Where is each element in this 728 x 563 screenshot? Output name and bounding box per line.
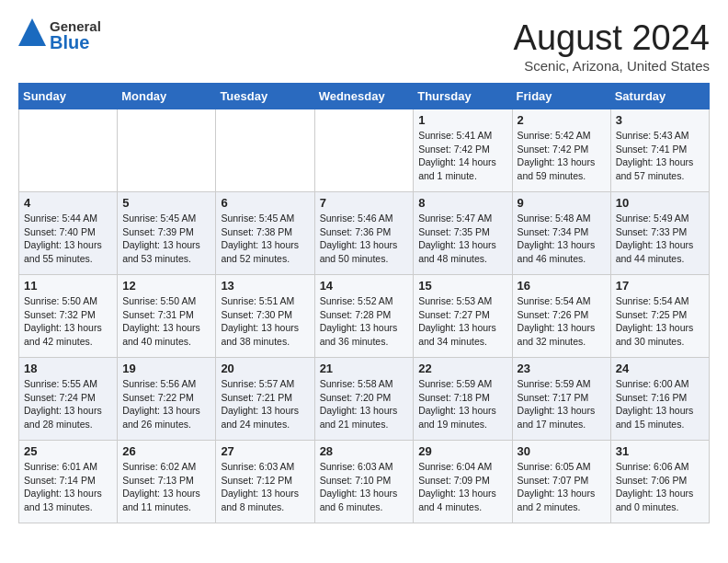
- day-number: 4: [24, 196, 112, 210]
- weekday-header: Friday: [512, 84, 610, 109]
- calendar-cell: 20Sunrise: 5:57 AMSunset: 7:21 PMDayligh…: [216, 358, 314, 441]
- calendar-cell: 12Sunrise: 5:50 AMSunset: 7:31 PMDayligh…: [118, 275, 216, 358]
- day-info: Sunrise: 5:57 AMSunset: 7:21 PMDaylight:…: [221, 377, 309, 431]
- calendar-cell: 15Sunrise: 5:53 AMSunset: 7:27 PMDayligh…: [414, 275, 512, 358]
- calendar-week: 18Sunrise: 5:55 AMSunset: 7:24 PMDayligh…: [19, 358, 710, 441]
- day-info: Sunrise: 5:51 AMSunset: 7:30 PMDaylight:…: [221, 294, 309, 349]
- day-info: Sunrise: 6:00 AMSunset: 7:16 PMDaylight:…: [616, 377, 704, 431]
- day-info: Sunrise: 5:55 AMSunset: 7:24 PMDaylight:…: [24, 377, 112, 431]
- weekday-header: Tuesday: [216, 84, 314, 109]
- day-info: Sunrise: 6:04 AMSunset: 7:09 PMDaylight:…: [418, 460, 506, 514]
- calendar-cell: 17Sunrise: 5:54 AMSunset: 7:25 PMDayligh…: [610, 275, 709, 358]
- weekday-header: Sunday: [19, 84, 118, 109]
- day-info: Sunrise: 6:06 AMSunset: 7:06 PMDaylight:…: [616, 460, 704, 514]
- weekday-header: Monday: [118, 84, 216, 109]
- calendar-cell: 4Sunrise: 5:44 AMSunset: 7:40 PMDaylight…: [19, 192, 118, 275]
- month-title: August 2024: [514, 18, 710, 58]
- location: Scenic, Arizona, United States: [514, 58, 710, 74]
- day-info: Sunrise: 5:59 AMSunset: 7:17 PMDaylight:…: [518, 377, 606, 431]
- day-number: 12: [122, 279, 210, 293]
- calendar-cell: 27Sunrise: 6:03 AMSunset: 7:12 PMDayligh…: [216, 441, 314, 523]
- calendar-cell: 13Sunrise: 5:51 AMSunset: 7:30 PMDayligh…: [216, 275, 314, 358]
- day-info: Sunrise: 5:43 AMSunset: 7:41 PMDaylight:…: [616, 129, 704, 183]
- calendar-cell: 1Sunrise: 5:41 AMSunset: 7:42 PMDaylight…: [414, 109, 512, 192]
- day-number: 15: [418, 279, 506, 293]
- day-number: 23: [518, 362, 606, 375]
- calendar-cell: 10Sunrise: 5:49 AMSunset: 7:33 PMDayligh…: [610, 192, 709, 275]
- calendar-cell: 22Sunrise: 5:59 AMSunset: 7:18 PMDayligh…: [414, 358, 512, 441]
- logo-general: General: [50, 19, 101, 33]
- calendar-cell: [19, 109, 118, 192]
- day-info: Sunrise: 6:02 AMSunset: 7:13 PMDaylight:…: [122, 460, 210, 514]
- calendar-body: 1Sunrise: 5:41 AMSunset: 7:42 PMDaylight…: [19, 109, 710, 523]
- day-number: 14: [320, 279, 409, 293]
- calendar-week: 4Sunrise: 5:44 AMSunset: 7:40 PMDaylight…: [19, 192, 710, 275]
- calendar-cell: [118, 109, 216, 192]
- calendar-cell: 26Sunrise: 6:02 AMSunset: 7:13 PMDayligh…: [118, 441, 216, 523]
- calendar-cell: 6Sunrise: 5:45 AMSunset: 7:38 PMDaylight…: [216, 192, 314, 275]
- day-info: Sunrise: 5:54 AMSunset: 7:26 PMDaylight:…: [518, 294, 606, 349]
- day-info: Sunrise: 5:41 AMSunset: 7:42 PMDaylight:…: [418, 129, 506, 183]
- calendar-cell: 8Sunrise: 5:47 AMSunset: 7:35 PMDaylight…: [414, 192, 512, 275]
- calendar-table: SundayMondayTuesdayWednesdayThursdayFrid…: [18, 83, 710, 523]
- calendar-cell: 3Sunrise: 5:43 AMSunset: 7:41 PMDaylight…: [610, 109, 709, 192]
- calendar-cell: [314, 109, 414, 192]
- day-number: 28: [320, 444, 409, 458]
- calendar-cell: 19Sunrise: 5:56 AMSunset: 7:22 PMDayligh…: [118, 358, 216, 441]
- calendar-cell: 16Sunrise: 5:54 AMSunset: 7:26 PMDayligh…: [512, 275, 610, 358]
- day-info: Sunrise: 5:50 AMSunset: 7:31 PMDaylight:…: [122, 294, 210, 349]
- day-number: 6: [221, 196, 309, 210]
- day-info: Sunrise: 5:52 AMSunset: 7:28 PMDaylight:…: [320, 294, 409, 349]
- day-number: 20: [221, 362, 309, 375]
- day-number: 7: [320, 196, 409, 210]
- day-info: Sunrise: 5:58 AMSunset: 7:20 PMDaylight:…: [320, 377, 409, 431]
- day-info: Sunrise: 5:45 AMSunset: 7:38 PMDaylight:…: [221, 212, 309, 266]
- day-number: 19: [122, 362, 210, 375]
- weekday-header: Saturday: [610, 84, 709, 109]
- day-number: 5: [122, 196, 210, 210]
- day-info: Sunrise: 6:03 AMSunset: 7:12 PMDaylight:…: [221, 460, 309, 514]
- day-number: 26: [122, 444, 210, 458]
- calendar-cell: 29Sunrise: 6:04 AMSunset: 7:09 PMDayligh…: [414, 441, 512, 523]
- day-number: 10: [616, 196, 704, 210]
- day-info: Sunrise: 5:49 AMSunset: 7:33 PMDaylight:…: [616, 212, 704, 266]
- day-info: Sunrise: 5:44 AMSunset: 7:40 PMDaylight:…: [24, 212, 112, 266]
- calendar-cell: 23Sunrise: 5:59 AMSunset: 7:17 PMDayligh…: [512, 358, 610, 441]
- calendar-cell: 11Sunrise: 5:50 AMSunset: 7:32 PMDayligh…: [19, 275, 118, 358]
- day-info: Sunrise: 5:54 AMSunset: 7:25 PMDaylight:…: [616, 294, 704, 349]
- day-number: 30: [518, 444, 606, 458]
- day-info: Sunrise: 5:50 AMSunset: 7:32 PMDaylight:…: [24, 294, 112, 349]
- day-number: 16: [518, 279, 606, 293]
- day-number: 13: [221, 279, 309, 293]
- title-area: August 2024 Scenic, Arizona, United Stat…: [514, 18, 710, 74]
- day-number: 21: [320, 362, 409, 375]
- calendar-cell: 7Sunrise: 5:46 AMSunset: 7:36 PMDaylight…: [314, 192, 414, 275]
- day-info: Sunrise: 5:48 AMSunset: 7:34 PMDaylight:…: [518, 212, 606, 266]
- day-number: 3: [616, 113, 704, 127]
- day-info: Sunrise: 5:56 AMSunset: 7:22 PMDaylight:…: [122, 377, 210, 431]
- day-number: 9: [518, 196, 606, 210]
- logo-blue: Blue: [50, 33, 101, 52]
- day-info: Sunrise: 5:42 AMSunset: 7:42 PMDaylight:…: [518, 129, 606, 183]
- day-info: Sunrise: 5:47 AMSunset: 7:35 PMDaylight:…: [418, 212, 506, 266]
- weekday-header: Wednesday: [314, 84, 414, 109]
- day-number: 27: [221, 444, 309, 458]
- day-info: Sunrise: 6:01 AMSunset: 7:14 PMDaylight:…: [24, 460, 112, 514]
- calendar-week: 25Sunrise: 6:01 AMSunset: 7:14 PMDayligh…: [19, 441, 710, 523]
- calendar-week: 1Sunrise: 5:41 AMSunset: 7:42 PMDaylight…: [19, 109, 710, 192]
- day-info: Sunrise: 6:03 AMSunset: 7:10 PMDaylight:…: [320, 460, 409, 514]
- calendar-cell: [216, 109, 314, 192]
- day-number: 11: [24, 279, 112, 293]
- weekday-row: SundayMondayTuesdayWednesdayThursdayFrid…: [19, 84, 710, 109]
- calendar-week: 11Sunrise: 5:50 AMSunset: 7:32 PMDayligh…: [19, 275, 710, 358]
- calendar-cell: 5Sunrise: 5:45 AMSunset: 7:39 PMDaylight…: [118, 192, 216, 275]
- day-number: 31: [616, 444, 704, 458]
- svg-marker-0: [18, 18, 46, 46]
- day-number: 17: [616, 279, 704, 293]
- day-info: Sunrise: 5:59 AMSunset: 7:18 PMDaylight:…: [418, 377, 506, 431]
- calendar-cell: 21Sunrise: 5:58 AMSunset: 7:20 PMDayligh…: [314, 358, 414, 441]
- logo-text: General Blue: [50, 19, 101, 52]
- day-number: 22: [418, 362, 506, 375]
- calendar-cell: 31Sunrise: 6:06 AMSunset: 7:06 PMDayligh…: [610, 441, 709, 523]
- calendar-cell: 28Sunrise: 6:03 AMSunset: 7:10 PMDayligh…: [314, 441, 414, 523]
